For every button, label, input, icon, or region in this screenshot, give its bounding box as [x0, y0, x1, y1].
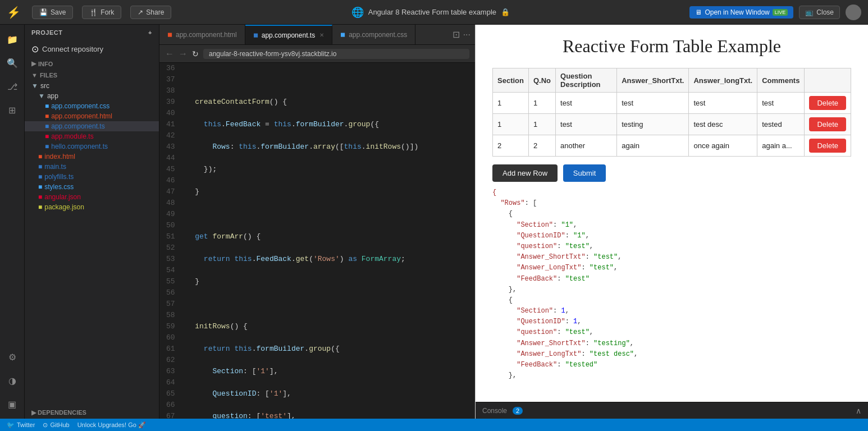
table-row: 1 1 test testing test desc tested Delete: [493, 114, 851, 135]
data-table: Section Q.No Question Description Answer…: [492, 68, 851, 157]
panel-icon-button[interactable]: ▣: [2, 394, 22, 414]
fork-icon: 🍴: [89, 8, 98, 16]
cell-qno: 1: [528, 93, 555, 114]
cell-short: again: [617, 135, 689, 157]
tab-app-component-css[interactable]: ◼ app.component.css: [332, 25, 415, 45]
file-app-module-ts[interactable]: ■app.module.ts: [25, 131, 159, 141]
add-row-button[interactable]: Add new Row: [492, 164, 558, 182]
refresh-button[interactable]: ↻: [192, 49, 199, 58]
preview-title: Reactive Form Table Example: [492, 36, 851, 57]
deps-section[interactable]: ▶ DEPENDENCIES: [25, 407, 159, 419]
contrast-icon-button[interactable]: ◑: [2, 370, 22, 391]
cell-qno: 1: [528, 114, 555, 135]
cell-short: testing: [617, 114, 689, 135]
file-main-ts[interactable]: ■main.ts: [25, 162, 159, 172]
file-styles-css[interactable]: ■styles.css: [25, 182, 159, 192]
explorer-icon-button[interactable]: 📁: [2, 29, 22, 49]
github-link[interactable]: ⊙ GitHub: [43, 421, 69, 429]
more-actions-icon[interactable]: ···: [463, 30, 470, 40]
search-icon-button[interactable]: 🔍: [2, 53, 22, 73]
src-folder[interactable]: ▼src: [25, 81, 159, 91]
file-angular-json[interactable]: ■angular.json: [25, 192, 159, 202]
code-editor[interactable]: 3637383940 4142434445 4647484950 5152535…: [159, 63, 475, 419]
sidebar: PROJECT + ⊙ Connect repository ▶ INFO ▼ …: [25, 25, 159, 419]
back-button[interactable]: ←: [165, 49, 174, 59]
chevron-right-icon: ▶: [31, 60, 36, 67]
file-hello-component-ts[interactable]: ■hello.component.ts: [25, 141, 159, 152]
console-bar: Console 2 ∧: [476, 402, 868, 419]
table-actions: Add new Row Submit: [492, 157, 851, 182]
tab-app-component-ts[interactable]: ◼ app.component.ts ✕: [245, 25, 332, 45]
tv-icon: 📺: [805, 8, 814, 16]
cell-comments: again a...: [757, 135, 805, 157]
url-input[interactable]: [203, 49, 469, 59]
tab-bar: ◼ app.component.html ◼ app.component.ts …: [159, 25, 475, 45]
settings-icon-button[interactable]: ⚙: [2, 347, 22, 367]
html-tab-icon: ◼: [167, 31, 172, 38]
topbar: ⚡ 💾 Save 🍴 Fork ↗ Share 🌐 Angular 8 Reac…: [0, 0, 868, 25]
chevron-down-icon: ▼: [31, 72, 38, 79]
col-question: Question Description: [556, 68, 617, 93]
cell-section: 2: [493, 135, 529, 157]
share-button[interactable]: ↗ Share: [130, 6, 171, 19]
file-polyfills-ts[interactable]: ■polyfills.ts: [25, 172, 159, 182]
col-qno: Q.No: [528, 68, 555, 93]
delete-button-1[interactable]: Delete: [809, 117, 846, 131]
twitter-link[interactable]: 🐦 Twitter: [7, 421, 35, 429]
code-content: createContactForm() { this.FeedBack = th…: [182, 63, 475, 419]
tab-app-component-html[interactable]: ◼ app.component.html: [159, 25, 245, 45]
extensions-icon-button[interactable]: ⊞: [2, 100, 22, 120]
file-app-component-html[interactable]: ■app.component.html: [25, 111, 159, 121]
cell-long: test desc: [689, 114, 757, 135]
delete-button-0[interactable]: Delete: [809, 96, 846, 110]
file-app-component-ts[interactable]: ■app.component.ts: [25, 121, 159, 131]
fork-button[interactable]: 🍴 Fork: [82, 6, 121, 19]
preview-pane: Reactive Form Table Example Section Q.No…: [475, 25, 868, 419]
cell-long: test: [689, 93, 757, 114]
line-numbers: 3637383940 4142434445 4647484950 5152535…: [159, 63, 182, 419]
col-long: Answer_longTxt.: [689, 68, 757, 93]
new-file-icon[interactable]: +: [148, 29, 152, 36]
cell-comments: tested: [757, 114, 805, 135]
file-tree: ▼src ▼app ■app.component.css ■app.compon…: [25, 81, 159, 407]
avatar[interactable]: [846, 4, 861, 20]
connect-repository-button[interactable]: ⊙ Connect repository: [25, 40, 159, 58]
cell-question: test: [556, 114, 617, 135]
delete-button-2[interactable]: Delete: [809, 139, 846, 153]
submit-button[interactable]: Submit: [563, 164, 606, 182]
main-area: 📁 🔍 ⎇ ⊞ ⚙ ◑ ▣ PROJECT + ⊙ Connect reposi…: [0, 25, 868, 419]
title-area: 🌐 Angular 8 Reactive Form table example …: [180, 6, 680, 19]
logo-icon: ⚡: [7, 6, 21, 19]
save-icon: 💾: [39, 8, 48, 16]
cell-long: once again: [689, 135, 757, 157]
topbar-right: 🖥 Open in New Window LIVE 📺 Close: [689, 4, 861, 20]
info-section[interactable]: ▶ INFO: [25, 58, 159, 70]
git-icon-button[interactable]: ⎇: [2, 76, 22, 97]
split-editor-icon[interactable]: ⊡: [453, 29, 460, 40]
console-badge: 2: [513, 407, 523, 415]
forward-button[interactable]: →: [179, 49, 188, 59]
file-index-html[interactable]: ■index.html: [25, 152, 159, 162]
table-row: 2 2 another again once again again a... …: [493, 135, 851, 157]
cell-section: 1: [493, 114, 529, 135]
console-close-button[interactable]: ∧: [856, 406, 861, 415]
tab-close-icon[interactable]: ✕: [319, 32, 324, 38]
app-folder[interactable]: ▼app: [25, 91, 159, 101]
preview-content: Reactive Form Table Example Section Q.No…: [476, 25, 868, 402]
close-button[interactable]: 📺 Close: [799, 6, 840, 19]
file-app-component-css[interactable]: ■app.component.css: [25, 101, 159, 111]
globe-icon: 🌐: [351, 6, 364, 19]
monitor-icon: 🖥: [695, 8, 702, 16]
console-label: Console: [482, 407, 507, 415]
unlock-upgrades-link[interactable]: Unlock Upgrades! Go 🚀: [77, 421, 146, 429]
file-package-json[interactable]: ■package.json: [25, 202, 159, 212]
col-action: [805, 68, 851, 93]
icon-bar: 📁 🔍 ⎇ ⊞ ⚙ ◑ ▣: [0, 25, 25, 419]
open-new-window-button[interactable]: 🖥 Open in New Window LIVE: [689, 6, 793, 19]
files-section[interactable]: ▼ FILES: [25, 70, 159, 81]
cell-short: test: [617, 93, 689, 114]
share-icon: ↗: [138, 8, 143, 16]
table-row: 1 1 test test test test Delete: [493, 93, 851, 114]
save-button[interactable]: 💾 Save: [32, 6, 73, 19]
ts-tab-icon: ◼: [253, 31, 258, 39]
